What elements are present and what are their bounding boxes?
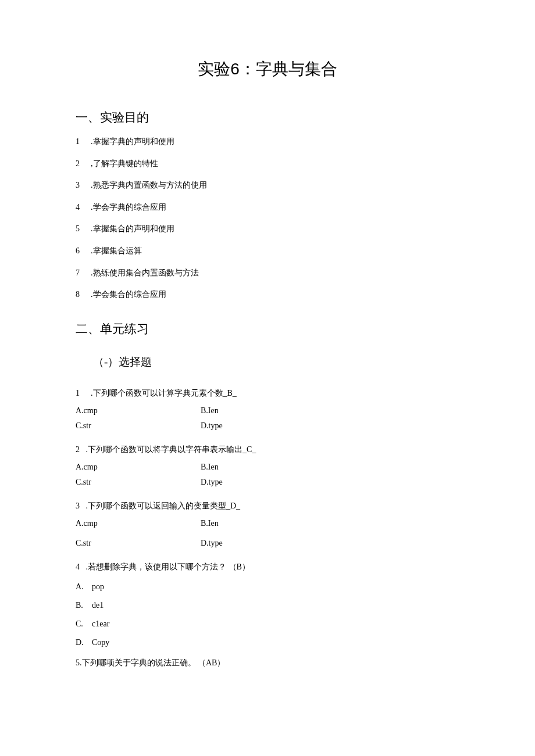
question-2: 2 .下列哪个函数可以将字典以字符串表示输出_C_ A.cmpB.Ien C.s… <box>76 443 459 487</box>
option-d: D.Copy <box>76 638 459 647</box>
subsection-heading: （-）选择题 <box>93 354 459 370</box>
option-d: D.type <box>201 539 223 547</box>
objective-item: 5.掌握集合的声明和使用 <box>76 223 459 235</box>
option-row: C.strD.type <box>76 539 459 548</box>
title-number: 6 <box>230 60 240 78</box>
option-b: B.de1 <box>76 601 459 610</box>
option-a: A.cmp <box>76 406 201 415</box>
objective-item: 3.熟悉字典内置函数与方法的使用 <box>76 180 459 191</box>
option-d: D.type <box>201 421 223 430</box>
option-letter: B. <box>76 601 86 610</box>
page-title: 实验6：字典与集合 <box>76 58 459 80</box>
option-b: B.Ien <box>201 406 219 415</box>
obj-num: 6 <box>76 245 84 257</box>
question-stem: 5.下列哪项关于字典的说法正确。 （AB） <box>76 657 459 669</box>
objective-item: 7.熟练使用集合内置函数与方法 <box>76 267 459 279</box>
option-letter: D. <box>76 638 86 647</box>
question-text: .下列哪个函数可以返回输入的变量类型_D_ <box>84 501 240 510</box>
obj-num: 2 <box>76 158 84 170</box>
option-letter: A. <box>76 582 86 592</box>
option-row: A.cmpB.Ien <box>76 463 459 472</box>
option-a: A.pop <box>76 582 459 592</box>
question-3: 3 .下列哪个函数可以返回输入的变量类型_D_ A.cmpB.Ien C.str… <box>76 500 459 548</box>
objective-item: 6.掌握集合运算 <box>76 245 459 257</box>
obj-text: ,了解字典键的特性 <box>91 159 158 168</box>
title-suffix: ：字典与集合 <box>240 60 337 78</box>
option-b: B.Ien <box>201 519 219 528</box>
option-row: A.cmpB.Ien <box>76 519 459 528</box>
option-c: C.c1ear <box>76 619 459 629</box>
obj-text: .掌握集合的声明和使用 <box>91 224 174 233</box>
objectives-list: 1.掌握字典的声明和使用 2,了解字典键的特性 3.熟悉字典内置函数与方法的使用… <box>76 136 459 300</box>
question-number: 4 <box>76 561 84 573</box>
question-number: 2 <box>76 443 84 456</box>
obj-num: 7 <box>76 267 84 279</box>
question-stem: 3 .下列哪个函数可以返回输入的变量类型_D_ <box>76 500 459 512</box>
option-c: C.str <box>76 478 201 487</box>
obj-text: .学会字典的综合应用 <box>91 203 166 212</box>
option-letter: C. <box>76 619 86 629</box>
obj-num: 4 <box>76 202 84 213</box>
obj-text: .掌握字典的声明和使用 <box>91 137 174 146</box>
option-text: pop <box>92 582 104 591</box>
obj-text: .掌握集合运算 <box>91 246 142 255</box>
objective-item: 4.学会字典的综合应用 <box>76 202 459 213</box>
option-text: Copy <box>92 638 109 647</box>
option-d: D.type <box>201 478 223 486</box>
option-a: A.cmp <box>76 463 201 472</box>
objective-item: 1.掌握字典的声明和使用 <box>76 136 459 148</box>
section-2-heading: 二、单元练习 <box>76 321 459 337</box>
question-stem: 1.下列哪个函数可以计算字典元素个数_B_ <box>76 387 459 399</box>
obj-num: 1 <box>76 136 84 148</box>
question-text: .若想删除字典，该使用以下哪个方法？ （B） <box>84 562 250 571</box>
question-stem: 4 .若想删除字典，该使用以下哪个方法？ （B） <box>76 561 459 573</box>
question-text: .下列哪个函数可以将字典以字符串表示输出_C_ <box>84 445 256 454</box>
document-page: 实验6：字典与集合 一、实验目的 1.掌握字典的声明和使用 2,了解字典键的特性… <box>0 0 535 711</box>
section-1-heading: 一、实验目的 <box>76 109 459 126</box>
option-c: C.str <box>76 539 201 548</box>
option-row: C.strD.type <box>76 421 459 431</box>
question-5: 5.下列哪项关于字典的说法正确。 （AB） <box>76 657 459 669</box>
obj-num: 8 <box>76 289 84 300</box>
option-text: c1ear <box>92 619 109 628</box>
question-number: 1 <box>76 387 84 399</box>
obj-text: .学会集合的综合应用 <box>91 290 166 299</box>
objective-item: 2,了解字典键的特性 <box>76 158 459 170</box>
title-prefix: 实验 <box>198 60 230 78</box>
option-c: C.str <box>76 421 201 431</box>
obj-num: 3 <box>76 180 84 191</box>
question-number: 3 <box>76 500 84 512</box>
question-text: .下列哪个函数可以计算字典元素个数_B_ <box>91 389 237 397</box>
option-row: A.cmpB.Ien <box>76 406 459 415</box>
question-stem: 2 .下列哪个函数可以将字典以字符串表示输出_C_ <box>76 443 459 456</box>
obj-text: .熟练使用集合内置函数与方法 <box>91 268 199 277</box>
question-4: 4 .若想删除字典，该使用以下哪个方法？ （B） A.pop B.de1 C.c… <box>76 561 459 647</box>
obj-num: 5 <box>76 223 84 235</box>
question-1: 1.下列哪个函数可以计算字典元素个数_B_ A.cmpB.Ien C.strD.… <box>76 387 459 431</box>
option-a: A.cmp <box>76 519 201 528</box>
obj-text: .熟悉字典内置函数与方法的使用 <box>91 181 207 189</box>
option-text: de1 <box>92 601 104 610</box>
option-b: B.Ien <box>201 463 219 471</box>
option-row: C.strD.type <box>76 478 459 487</box>
objective-item: 8.学会集合的综合应用 <box>76 289 459 300</box>
